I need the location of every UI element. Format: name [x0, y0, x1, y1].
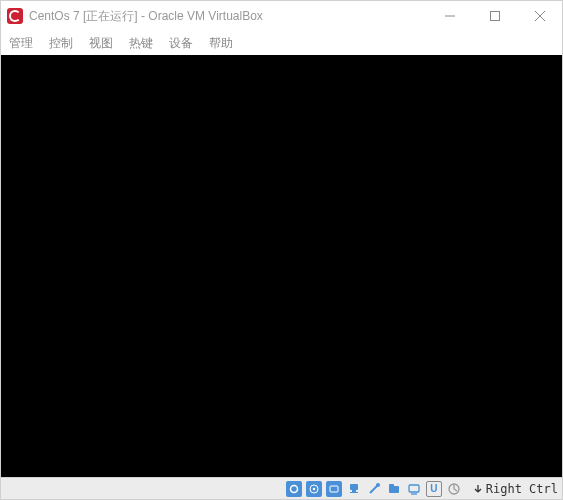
chevron-down-icon [472, 483, 484, 495]
menu-devices[interactable]: 设备 [169, 35, 193, 52]
close-button[interactable] [517, 1, 562, 31]
maximize-button[interactable] [472, 1, 517, 31]
window-title: CentOs 7 [正在运行] - Oracle VM VirtualBox [29, 8, 427, 25]
hard-disk-icon[interactable] [286, 481, 302, 497]
svg-point-11 [376, 483, 380, 487]
window-controls [427, 1, 562, 31]
svg-point-6 [313, 487, 315, 489]
network-icon[interactable] [346, 481, 362, 497]
svg-rect-1 [490, 12, 499, 21]
optical-drive-icon[interactable] [306, 481, 322, 497]
menubar: 管理 控制 视图 热键 设备 帮助 [1, 31, 562, 55]
menu-control[interactable]: 控制 [49, 35, 73, 52]
cpu-icon[interactable] [446, 481, 462, 497]
svg-rect-7 [330, 486, 338, 492]
audio-icon[interactable] [326, 481, 342, 497]
svg-rect-13 [389, 484, 394, 487]
menu-help[interactable]: 帮助 [209, 35, 233, 52]
usb-icon[interactable] [366, 481, 382, 497]
shared-folders-icon[interactable] [386, 481, 402, 497]
svg-rect-12 [389, 486, 399, 493]
statusbar: U Right Ctrl [1, 477, 562, 499]
minimize-button[interactable] [427, 1, 472, 31]
svg-rect-9 [352, 490, 356, 492]
recording-icon[interactable]: U [426, 481, 442, 497]
menu-input[interactable]: 热键 [129, 35, 153, 52]
svg-point-4 [290, 485, 297, 492]
svg-rect-10 [350, 492, 358, 493]
menu-manage[interactable]: 管理 [9, 35, 33, 52]
vm-display[interactable] [1, 55, 562, 477]
menu-view[interactable]: 视图 [89, 35, 113, 52]
titlebar: CentOs 7 [正在运行] - Oracle VM VirtualBox [1, 1, 562, 31]
svg-rect-14 [409, 485, 419, 492]
host-key-label: Right Ctrl [486, 482, 558, 496]
svg-rect-8 [350, 484, 358, 490]
host-key-indicator[interactable]: Right Ctrl [472, 482, 558, 496]
app-icon [7, 8, 23, 24]
display-icon[interactable] [406, 481, 422, 497]
